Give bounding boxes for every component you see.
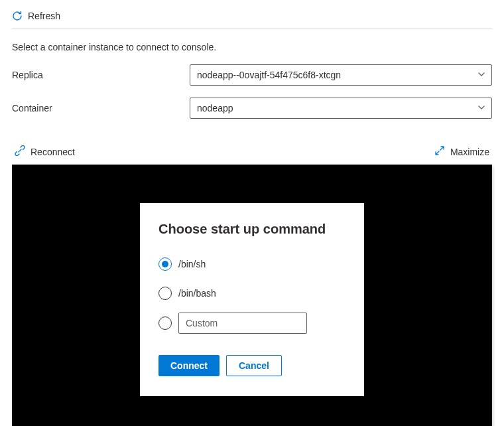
radio-option-binsh[interactable]: /bin/sh [158,254,346,274]
replica-select-value: nodeapp--0ovajtf-54f475c6f8-xtcgn [197,70,341,80]
maximize-label: Maximize [450,147,489,157]
reconnect-icon [15,145,25,158]
refresh-button-label[interactable]: Refresh [28,11,60,21]
container-label: Container [12,103,190,113]
radio-label-binbash: /bin/bash [178,288,216,299]
startup-command-dialog: Choose start up command /bin/sh /bin/bas… [140,203,364,396]
custom-command-input[interactable] [178,313,307,334]
radio-icon [158,317,172,330]
replica-select[interactable]: nodeapp--0ovajtf-54f475c6f8-xtcgn [190,64,492,86]
maximize-icon [434,145,445,158]
container-select[interactable]: nodeapp [190,98,492,119]
radio-label-binsh: /bin/sh [178,259,206,269]
cancel-button[interactable]: Cancel [226,355,282,376]
dialog-buttons: Connect Cancel [158,355,346,376]
radio-option-binbash[interactable]: /bin/bash [158,283,346,303]
reconnect-button[interactable]: Reconnect [15,145,75,158]
replica-row: Replica nodeapp--0ovajtf-54f475c6f8-xtcg… [12,64,492,86]
connect-button[interactable]: Connect [158,355,220,376]
maximize-button[interactable]: Maximize [434,145,489,158]
console-terminal: Choose start up command /bin/sh /bin/bas… [12,165,492,426]
actions-bar: Reconnect Maximize [12,131,492,165]
radio-option-custom[interactable] [158,313,346,334]
radio-icon [158,257,172,271]
replica-label: Replica [12,70,190,80]
radio-icon [158,287,172,300]
toolbar: Refresh [12,7,492,29]
container-select-value: nodeapp [197,103,233,113]
refresh-icon[interactable] [12,11,23,21]
instruction-text: Select a container instance to connect t… [12,29,492,64]
dialog-title: Choose start up command [158,222,346,237]
reconnect-label: Reconnect [31,147,75,157]
container-row: Container nodeapp [12,98,492,119]
